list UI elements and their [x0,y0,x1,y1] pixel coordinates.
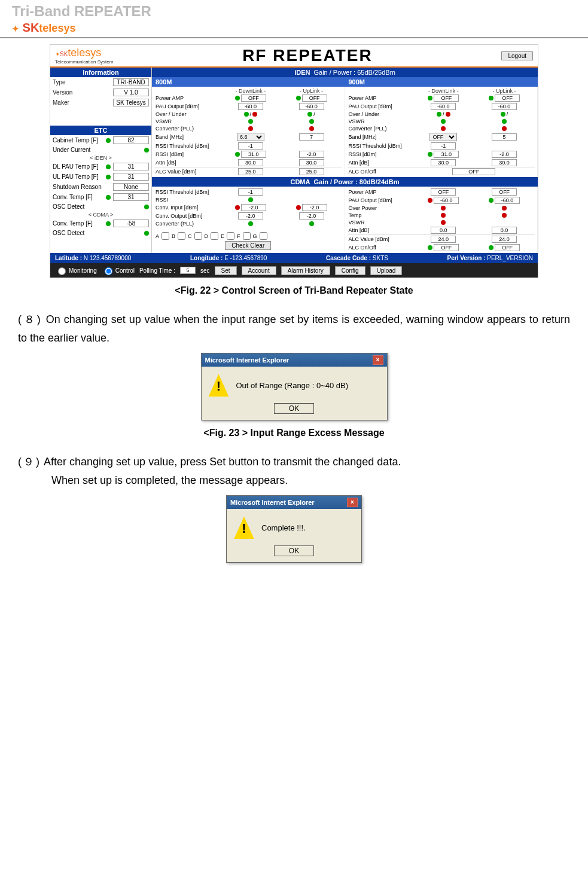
check-d-box[interactable] [211,232,218,240]
conv-in-ul[interactable] [302,204,327,211]
converter-pll-label: Converter (PLL) [154,126,220,132]
set-button[interactable]: Set [215,266,237,275]
pau-900-ul[interactable] [492,103,517,110]
conv-temp2-value: -58 [113,220,149,227]
check-b-box[interactable] [178,232,185,240]
attn-800-ul[interactable] [299,159,324,166]
cdma-attn-ul[interactable] [492,227,517,234]
rssi-800-dl[interactable] [241,151,266,158]
dialog1-message: Out of Range (Range : 0~40 dB) [236,381,349,390]
power-amp-900-ul[interactable] [495,95,520,102]
band-mhz-label: Band [MHz] [154,134,220,140]
cdma-alc-onoff-dl[interactable] [434,244,459,251]
alc-onoff-label: ALC On/Off [348,169,413,175]
uplink-label: - UpLink - [474,88,535,94]
sidebar: Information TypeTRI-BAND VersionV 1.0 Ma… [50,68,152,253]
led-icon [244,112,249,117]
attn-900-ul[interactable] [492,159,517,166]
close-icon[interactable]: × [347,498,358,507]
power-amp-800-ul[interactable] [302,95,327,102]
led-icon [296,205,301,210]
conv-out-ul[interactable] [299,212,324,220]
pau-800-ul[interactable] [299,103,324,110]
config-button[interactable]: Config [335,266,365,275]
cdma-pau-dl[interactable] [434,197,459,204]
pau-900-dl[interactable] [431,103,456,110]
check-c-box[interactable] [194,232,202,240]
led-icon [144,148,149,153]
conv-out-dl[interactable] [238,212,263,220]
check-g-box[interactable] [260,232,267,240]
rssi-900-ul[interactable] [492,151,517,158]
band-900-dl-select[interactable]: OFF [429,133,457,141]
led-icon [502,213,507,218]
rssi-900-dl[interactable] [434,151,459,158]
converter-pll-label: Converter (PLL) [348,126,413,132]
close-icon[interactable]: × [373,355,383,365]
monitoring-radio[interactable] [58,267,66,275]
cdma-right-col: Power AMP PAU Output [dBm] Over Power Te… [345,187,538,253]
upload-button[interactable]: Upload [370,266,403,275]
cdma-alc-dl[interactable] [431,236,456,243]
type-value: TRI-BAND [113,78,149,86]
logo-telesys: telesys [39,22,75,34]
pau-800-dl[interactable] [238,103,263,110]
ul-pau-label: UL PAU Temp [F] [53,173,99,180]
led-icon [252,112,257,117]
cdma-left-col: RSSI Threshold [dBm] RSSI Conv. Input [d… [152,187,345,253]
cdma-alc-onoff-ul[interactable] [495,244,520,251]
led-icon [428,96,432,100]
led-icon [489,96,493,100]
cdma-pa-ul[interactable] [492,188,517,196]
cdma-pau-ul[interactable] [495,197,520,204]
cdma-gain-power: Gain / Power : 80dB/24dBm [313,178,399,185]
alc-value-label: ALC Value [dBm] [154,169,220,175]
control-radio[interactable] [105,267,112,275]
account-button[interactable]: Account [242,266,276,275]
p9-text-b: When set up is completed, the message ap… [51,474,288,486]
led-icon [144,205,149,209]
power-amp-900-dl[interactable] [434,95,459,102]
check-e-box[interactable] [227,232,234,240]
led-icon [489,245,493,250]
cdma-alc-ul[interactable] [492,236,517,243]
led-icon [441,126,446,131]
cdma-rssi-th[interactable] [238,188,263,196]
band-900-ul[interactable] [492,133,517,141]
logout-button[interactable]: Logout [501,51,533,60]
power-amp-800-dl[interactable] [241,95,266,102]
rssi-th-800[interactable] [238,142,263,150]
band-800-col: - DownLink -- UpLink - Power AMP PAU Out… [152,87,345,177]
cdma-attn-dl[interactable] [431,227,456,234]
ul-pau-value: 31 [113,173,149,181]
rssi-th-900[interactable] [431,142,456,150]
shutdown-value: None [113,183,149,191]
rssi-800-ul[interactable] [299,151,324,158]
band-800-ul[interactable] [299,133,324,141]
conv-in-dl[interactable] [241,204,266,211]
band-800-dl-select[interactable]: 6.6 [237,133,264,141]
attn-800-dl[interactable] [238,159,263,166]
cdma-pa-dl[interactable] [431,188,456,196]
alarm-history-button[interactable]: Alarm History [281,266,330,275]
conv-input-label: Conv. Input [dBm] [154,205,220,211]
cascade-label: Cascade Code : [326,255,371,261]
cdma-bar: CDMA Gain / Power : 80dB/24dBm [152,177,538,187]
sk-telesys-logo: ✦ SKtelesys [12,21,576,35]
attn-900-dl[interactable] [431,159,456,166]
check-a-box[interactable] [162,232,169,240]
control-label: Control [115,267,135,274]
alc-onoff-900[interactable] [452,168,495,175]
information-header: Information [50,68,151,77]
led-icon [489,198,493,203]
dialog2-ok-button[interactable]: OK [274,545,314,556]
alc-800-dl[interactable] [238,168,263,175]
check-d: D [205,233,209,239]
doc-title: Tri-Band REPEATER [12,3,576,20]
check-f-box[interactable] [243,232,251,240]
check-clear-button[interactable]: Check Clear [225,241,271,250]
polling-input[interactable] [180,267,196,274]
dialog1-ok-button[interactable]: OK [274,403,314,414]
led-icon [428,245,432,250]
alc-800-ul[interactable] [299,168,324,175]
